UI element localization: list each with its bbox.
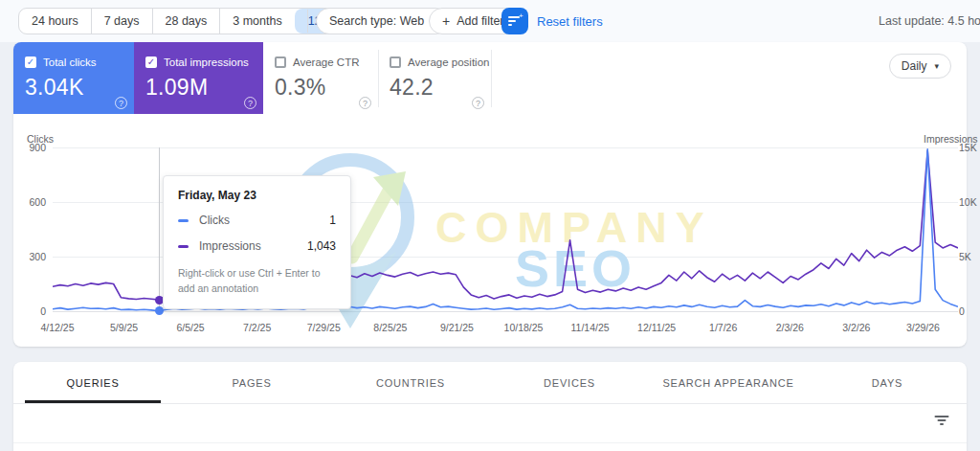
tooltip-date: Friday, May 23 — [178, 189, 336, 202]
table-row-divider — [13, 442, 967, 443]
left-axis-tick: 600 — [8, 196, 46, 208]
last-update-text: Last update: 4.5 hours a — [879, 14, 980, 28]
compare-filter-button[interactable]: + — [501, 8, 528, 34]
date-range-7-days[interactable]: 7 days — [91, 9, 152, 34]
metric-card-total-clicks[interactable]: ✓Total clicks3.04K? — [13, 42, 134, 114]
metric-value: 42.2 — [390, 75, 434, 101]
tab-countries[interactable]: COUNTRIES — [331, 362, 490, 403]
metric-value: 1.09M — [145, 75, 208, 101]
tooltip-row-clicks: Clicks1 — [178, 214, 336, 227]
metric-card-average-ctr[interactable]: Average CTR0.3%? — [263, 42, 378, 114]
toolbar-divider — [307, 10, 308, 33]
metric-label: Total clicks — [43, 56, 97, 68]
tabs-divider — [13, 403, 967, 404]
tab-search-appearance[interactable]: SEARCH APPEARANCE — [649, 362, 808, 403]
chart-tooltip: Friday, May 23 Clicks1Impressions1,043 R… — [163, 175, 351, 309]
x-axis-tick: 3/29/26 — [892, 322, 953, 333]
clicks-hover-dot — [155, 306, 164, 315]
checkbox-checked-icon[interactable]: ✓ — [25, 56, 36, 68]
left-axis-tick: 300 — [8, 251, 46, 262]
x-axis-tick: 9/21/25 — [426, 322, 487, 333]
metric-value: 3.04K — [25, 75, 84, 101]
reset-filters-link[interactable]: Reset filters — [537, 14, 603, 29]
card-divider — [491, 50, 492, 107]
x-axis-tick: 12/11/25 — [626, 322, 687, 333]
left-axis-tick: 0 — [8, 305, 46, 317]
x-axis-tick: 3/2/26 — [826, 322, 887, 333]
right-axis-tick: 15K — [959, 142, 977, 153]
granularity-label: Daily — [902, 59, 927, 73]
checkbox-checked-icon[interactable]: ✓ — [145, 56, 157, 68]
filter-sliders-icon: + — [508, 16, 522, 26]
right-axis-tick: 10K — [959, 196, 977, 208]
series-color-dash — [178, 245, 189, 248]
x-axis-tick: 11/14/25 — [560, 322, 621, 333]
tooltip-annotation-hint: Right-click or use Ctrl + Enter to add a… — [178, 265, 336, 297]
tab-devices[interactable]: DEVICES — [490, 362, 649, 403]
series-color-dash — [178, 219, 189, 222]
metric-label: Average CTR — [293, 56, 359, 68]
add-filter-label: Add filter — [457, 14, 503, 28]
tooltip-row-impressions: Impressions1,043 — [178, 239, 336, 253]
right-axis-tick: 0 — [959, 305, 965, 317]
hover-crosshair-line — [159, 147, 160, 312]
granularity-dropdown[interactable]: Daily ▾ — [889, 54, 951, 79]
table-filter-icon[interactable] — [934, 416, 949, 427]
left-axis-tick: 900 — [8, 142, 46, 153]
checkbox-unchecked-icon[interactable] — [275, 56, 286, 68]
dimensions-table-card: QUERIESPAGESCOUNTRIESDEVICESSEARCH APPEA… — [13, 362, 967, 451]
help-icon[interactable]: ? — [359, 97, 371, 109]
metric-value: 0.3% — [275, 75, 326, 101]
date-range-28-days[interactable]: 28 days — [152, 9, 220, 34]
help-icon[interactable]: ? — [472, 97, 484, 109]
metric-card-total-impressions[interactable]: ✓Total impressions1.09M? — [134, 42, 263, 114]
tab-queries[interactable]: QUERIES — [13, 362, 172, 403]
date-range-3-months[interactable]: 3 months — [219, 9, 294, 34]
x-axis-tick: 1/7/26 — [693, 322, 754, 333]
x-axis-tick: 2/3/26 — [759, 322, 820, 333]
right-axis-tick: 5K — [959, 251, 971, 262]
metric-label: Total impressions — [164, 56, 249, 68]
plus-icon: + — [442, 13, 450, 29]
x-axis-tick: 5/9/25 — [94, 322, 155, 333]
dimension-tabs: QUERIESPAGESCOUNTRIESDEVICESSEARCH APPEA… — [13, 362, 967, 403]
date-range-24-hours[interactable]: 24 hours — [19, 9, 91, 34]
metric-card-average-position[interactable]: Average position42.2? — [378, 42, 491, 114]
checkbox-unchecked-icon[interactable] — [390, 56, 401, 68]
x-axis-tick: 6/5/25 — [160, 322, 221, 333]
help-icon[interactable]: ? — [244, 97, 256, 109]
x-axis-tick: 4/12/25 — [27, 322, 88, 333]
filter-toolbar: 24 hours7 days28 days3 months12 months▾ … — [0, 0, 980, 42]
tab-pages[interactable]: PAGES — [172, 362, 331, 403]
tab-days[interactable]: DAYS — [808, 362, 967, 403]
x-axis-tick: 10/18/25 — [493, 322, 554, 333]
card-divider — [378, 50, 379, 107]
search-type-label: Search type: Web — [329, 14, 424, 28]
chevron-down-icon: ▾ — [934, 62, 939, 71]
metric-label: Average position — [408, 56, 489, 68]
help-icon[interactable]: ? — [115, 97, 127, 109]
